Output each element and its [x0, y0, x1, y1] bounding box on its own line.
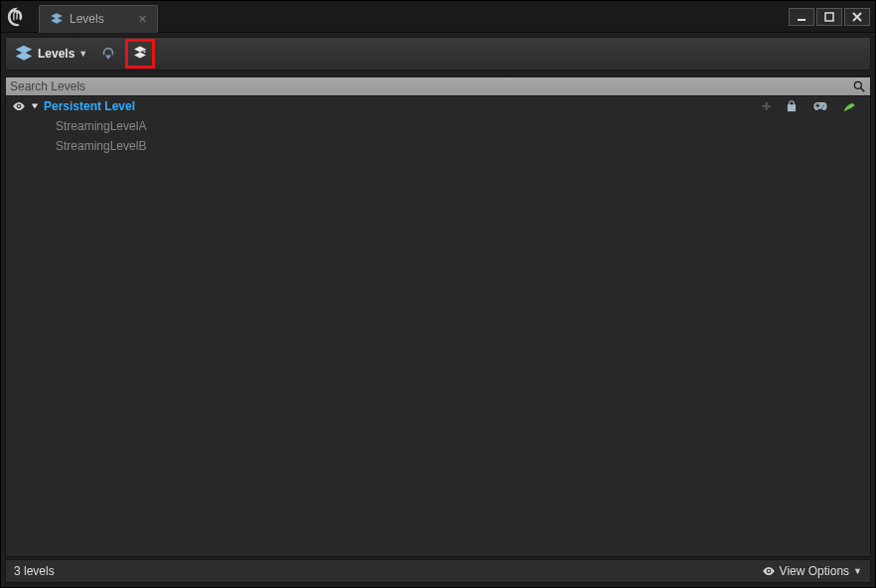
minimize-button[interactable] — [789, 8, 814, 26]
chevron-down-icon: ▼ — [853, 566, 862, 576]
levels-list: Persistent Level ✚ StreamingLevelA — [5, 96, 871, 557]
search-bar — [5, 76, 871, 96]
titlebar-left: Levels ✕ — [1, 1, 158, 32]
tab-close-icon[interactable]: ✕ — [138, 13, 147, 26]
gamepad-icon[interactable] — [812, 99, 828, 113]
toolbar-container: Levels ▼ — [1, 33, 875, 74]
child-level-label: StreamingLevelA — [12, 119, 146, 133]
view-options-label: View Options — [780, 564, 849, 578]
level-row-child[interactable]: StreamingLevelB — [6, 136, 870, 156]
save-quill-icon[interactable] — [842, 99, 856, 113]
titlebar-spacer — [158, 1, 788, 32]
chevron-down-icon: ▼ — [78, 49, 87, 59]
svg-line-3 — [861, 88, 865, 92]
levels-window: Levels ✕ Levels ▼ — [0, 0, 876, 588]
svg-point-4 — [18, 105, 20, 107]
tab-levels[interactable]: Levels ✕ — [39, 5, 158, 33]
status-bar: 3 levels View Options ▼ — [5, 559, 871, 583]
level-count-label: 3 levels — [14, 564, 55, 578]
levels-dropdown-label: Levels — [38, 47, 74, 61]
close-button[interactable] — [844, 8, 870, 26]
persistent-level-label: Persistent Level — [44, 99, 135, 113]
maximize-button[interactable] — [816, 8, 842, 26]
summon-level-details-button[interactable] — [95, 41, 121, 67]
lock-icon[interactable] — [785, 99, 799, 113]
search-input[interactable] — [10, 79, 852, 93]
add-icon[interactable]: ✚ — [762, 100, 771, 113]
view-options-button[interactable]: View Options ▼ — [762, 564, 862, 578]
level-row-persistent[interactable]: Persistent Level ✚ — [6, 96, 870, 116]
content-column: Persistent Level ✚ StreamingLevelA — [1, 74, 875, 587]
row-action-icons: ✚ — [762, 99, 864, 113]
levels-dropdown-icon — [14, 44, 34, 64]
source-control-button[interactable] — [129, 42, 151, 66]
svg-rect-0 — [798, 19, 805, 21]
highlighted-toolbar-button — [125, 39, 155, 69]
expand-collapse-icon[interactable] — [30, 102, 40, 110]
tab-icon — [50, 12, 64, 26]
child-level-label: StreamingLevelB — [12, 139, 146, 153]
svg-point-5 — [767, 570, 769, 572]
titlebar: Levels ✕ — [1, 1, 875, 33]
svg-rect-1 — [825, 13, 833, 21]
level-row-child[interactable]: StreamingLevelA — [6, 116, 870, 136]
eye-icon — [762, 564, 776, 578]
tab-label: Levels — [70, 12, 104, 26]
svg-point-2 — [854, 81, 861, 88]
unreal-logo-icon — [1, 6, 33, 28]
window-controls — [788, 1, 875, 32]
levels-dropdown-button[interactable]: Levels ▼ — [10, 40, 91, 68]
toolbar: Levels ▼ — [5, 37, 871, 71]
visibility-toggle-icon[interactable] — [12, 99, 26, 113]
search-icon[interactable] — [852, 79, 866, 93]
